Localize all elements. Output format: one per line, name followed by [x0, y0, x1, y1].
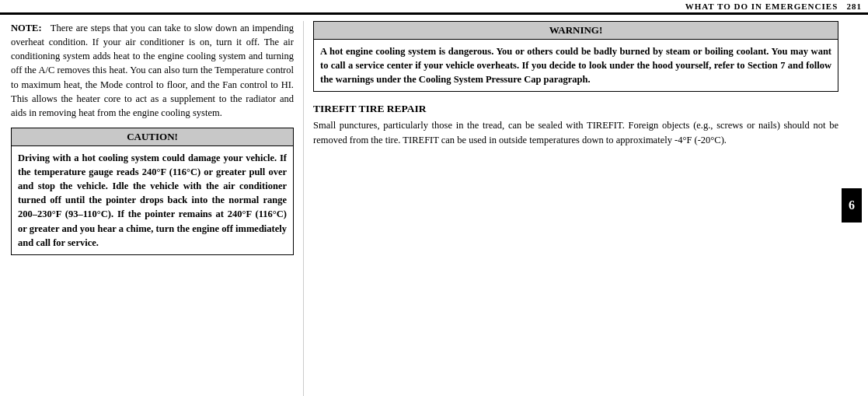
page-number: 281	[847, 2, 863, 11]
tirefit-title: TIREFIT TIRE REPAIR	[313, 103, 838, 115]
caution-body: Driving with a hot cooling system could …	[12, 146, 293, 254]
warning-header: WARNING!	[314, 22, 838, 40]
left-column: NOTE: There are steps that you can take …	[0, 21, 303, 396]
right-column-inner: WARNING! A hot engine cooling system is …	[313, 21, 862, 390]
caution-header: CAUTION!	[12, 128, 293, 146]
right-column: WARNING! A hot engine cooling system is …	[303, 21, 868, 396]
tirefit-body: Small punctures, particularly those in t…	[313, 118, 838, 146]
warning-body: A hot engine cooling system is dangerous…	[314, 40, 838, 91]
note-body: There are steps that you can take to slo…	[11, 23, 294, 118]
header-title-text: WHAT TO DO IN EMERGENCIES	[685, 2, 838, 11]
tab-number: 6	[849, 198, 855, 212]
note-section: NOTE: There are steps that you can take …	[11, 21, 294, 120]
tab-marker: 6	[842, 188, 862, 223]
caution-box: CAUTION! Driving with a hot cooling syst…	[11, 128, 294, 255]
header-title: WHAT TO DO IN EMERGENCIES 281	[685, 2, 862, 11]
warning-box: WARNING! A hot engine cooling system is …	[313, 21, 838, 92]
tirefit-section: TIREFIT TIRE REPAIR Small punctures, par…	[313, 103, 838, 146]
top-bar: WHAT TO DO IN EMERGENCIES 281	[0, 0, 868, 15]
main-content: NOTE: There are steps that you can take …	[0, 15, 868, 396]
note-label: NOTE:	[11, 23, 42, 33]
page-container: WHAT TO DO IN EMERGENCIES 281 NOTE: Ther…	[0, 0, 868, 396]
